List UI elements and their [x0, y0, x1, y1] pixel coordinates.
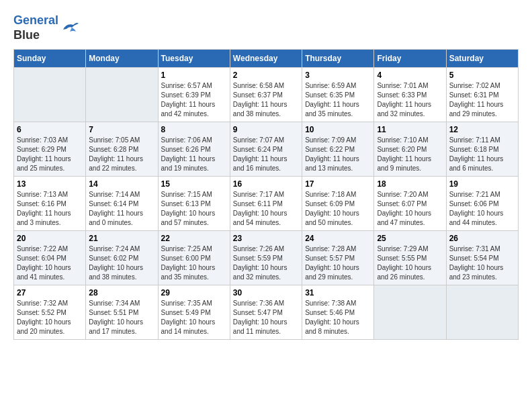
header-day-sunday: Sunday	[14, 50, 86, 68]
day-number: 8	[161, 125, 227, 134]
calendar-cell: 26Sunrise: 7:31 AMSunset: 5:54 PMDayligh…	[446, 231, 518, 285]
calendar-cell: 5Sunrise: 7:02 AMSunset: 6:31 PMDaylight…	[446, 68, 518, 122]
day-info: Sunrise: 7:01 AMSunset: 6:33 PMDaylight:…	[377, 81, 443, 119]
day-info: Sunrise: 7:07 AMSunset: 6:24 PMDaylight:…	[233, 136, 299, 173]
calendar-cell	[446, 285, 518, 340]
day-info: Sunrise: 7:17 AMSunset: 6:11 PMDaylight:…	[233, 190, 299, 228]
calendar-cell: 3Sunrise: 6:59 AMSunset: 6:35 PMDaylight…	[302, 68, 374, 122]
day-info: Sunrise: 7:26 AMSunset: 5:59 PMDaylight:…	[233, 244, 299, 282]
day-number: 22	[161, 234, 227, 243]
header-day-saturday: Saturday	[446, 50, 518, 68]
day-info: Sunrise: 6:57 AMSunset: 6:39 PMDaylight:…	[161, 81, 227, 119]
day-info: Sunrise: 7:13 AMSunset: 6:16 PMDaylight:…	[17, 190, 83, 228]
day-number: 21	[89, 234, 154, 243]
day-info: Sunrise: 7:28 AMSunset: 5:57 PMDaylight:…	[305, 244, 371, 282]
day-info: Sunrise: 7:05 AMSunset: 6:28 PMDaylight:…	[89, 136, 154, 173]
header-day-wednesday: Wednesday	[230, 50, 302, 68]
calendar-cell: 18Sunrise: 7:20 AMSunset: 6:07 PMDayligh…	[374, 177, 446, 231]
day-info: Sunrise: 7:02 AMSunset: 6:31 PMDaylight:…	[449, 81, 515, 119]
day-number: 3	[305, 71, 371, 80]
day-number: 16	[233, 179, 299, 189]
day-number: 9	[233, 125, 299, 134]
calendar-cell: 12Sunrise: 7:11 AMSunset: 6:18 PMDayligh…	[446, 122, 518, 177]
header-day-friday: Friday	[374, 50, 446, 68]
day-number: 13	[17, 179, 83, 189]
day-number: 6	[17, 125, 83, 134]
day-number: 2	[233, 71, 299, 80]
day-info: Sunrise: 7:25 AMSunset: 6:00 PMDaylight:…	[161, 244, 227, 282]
day-number: 25	[377, 234, 443, 243]
calendar-cell: 20Sunrise: 7:22 AMSunset: 6:04 PMDayligh…	[14, 231, 86, 285]
day-number: 15	[161, 179, 227, 189]
day-number: 14	[89, 179, 154, 189]
calendar-cell: 13Sunrise: 7:13 AMSunset: 6:16 PMDayligh…	[14, 177, 86, 231]
day-info: Sunrise: 7:06 AMSunset: 6:26 PMDaylight:…	[161, 136, 227, 173]
calendar-cell: 9Sunrise: 7:07 AMSunset: 6:24 PMDaylight…	[230, 122, 302, 177]
day-info: Sunrise: 6:58 AMSunset: 6:37 PMDaylight:…	[233, 81, 299, 119]
day-info: Sunrise: 7:15 AMSunset: 6:13 PMDaylight:…	[161, 190, 227, 228]
day-info: Sunrise: 7:18 AMSunset: 6:09 PMDaylight:…	[305, 190, 371, 228]
calendar-cell: 23Sunrise: 7:26 AMSunset: 5:59 PMDayligh…	[230, 231, 302, 285]
calendar-cell	[374, 285, 446, 340]
calendar-cell: 10Sunrise: 7:09 AMSunset: 6:22 PMDayligh…	[302, 122, 374, 177]
day-number: 10	[305, 125, 371, 134]
logo-bird-icon	[60, 19, 80, 36]
calendar-cell: 1Sunrise: 6:57 AMSunset: 6:39 PMDaylight…	[158, 68, 230, 122]
day-number: 23	[233, 234, 299, 243]
day-number: 30	[233, 288, 299, 298]
day-info: Sunrise: 7:03 AMSunset: 6:29 PMDaylight:…	[17, 136, 83, 173]
day-info: Sunrise: 7:38 AMSunset: 5:46 PMDaylight:…	[305, 299, 371, 336]
day-number: 31	[305, 288, 371, 298]
calendar-cell: 6Sunrise: 7:03 AMSunset: 6:29 PMDaylight…	[14, 122, 86, 177]
day-info: Sunrise: 7:34 AMSunset: 5:51 PMDaylight:…	[89, 299, 154, 336]
day-info: Sunrise: 7:11 AMSunset: 6:18 PMDaylight:…	[449, 136, 515, 173]
calendar-cell	[86, 68, 158, 122]
calendar-cell: 14Sunrise: 7:14 AMSunset: 6:14 PMDayligh…	[86, 177, 158, 231]
day-info: Sunrise: 7:21 AMSunset: 6:06 PMDaylight:…	[449, 190, 515, 228]
calendar-cell: 28Sunrise: 7:34 AMSunset: 5:51 PMDayligh…	[86, 285, 158, 340]
week-row-5: 27Sunrise: 7:32 AMSunset: 5:52 PMDayligh…	[14, 285, 519, 340]
day-info: Sunrise: 7:09 AMSunset: 6:22 PMDaylight:…	[305, 136, 371, 173]
day-number: 12	[449, 125, 515, 134]
header-day-thursday: Thursday	[302, 50, 374, 68]
header-day-tuesday: Tuesday	[158, 50, 230, 68]
calendar-cell: 11Sunrise: 7:10 AMSunset: 6:20 PMDayligh…	[374, 122, 446, 177]
calendar-cell: 22Sunrise: 7:25 AMSunset: 6:00 PMDayligh…	[158, 231, 230, 285]
week-row-2: 6Sunrise: 7:03 AMSunset: 6:29 PMDaylight…	[14, 122, 519, 177]
day-info: Sunrise: 7:24 AMSunset: 6:02 PMDaylight:…	[89, 244, 154, 282]
calendar-cell: 7Sunrise: 7:05 AMSunset: 6:28 PMDaylight…	[86, 122, 158, 177]
logo: GeneralBlue	[13, 13, 80, 42]
calendar-cell: 21Sunrise: 7:24 AMSunset: 6:02 PMDayligh…	[86, 231, 158, 285]
day-info: Sunrise: 7:20 AMSunset: 6:07 PMDaylight:…	[377, 190, 443, 228]
calendar-cell: 25Sunrise: 7:29 AMSunset: 5:55 PMDayligh…	[374, 231, 446, 285]
day-number: 17	[305, 179, 371, 189]
header: GeneralBlue	[13, 13, 519, 42]
calendar-cell: 17Sunrise: 7:18 AMSunset: 6:09 PMDayligh…	[302, 177, 374, 231]
day-number: 19	[449, 179, 515, 189]
calendar-cell: 31Sunrise: 7:38 AMSunset: 5:46 PMDayligh…	[302, 285, 374, 340]
calendar-cell: 15Sunrise: 7:15 AMSunset: 6:13 PMDayligh…	[158, 177, 230, 231]
week-row-3: 13Sunrise: 7:13 AMSunset: 6:16 PMDayligh…	[14, 177, 519, 231]
calendar-cell: 29Sunrise: 7:35 AMSunset: 5:49 PMDayligh…	[158, 285, 230, 340]
day-number: 1	[161, 71, 227, 80]
header-row: SundayMondayTuesdayWednesdayThursdayFrid…	[14, 50, 519, 68]
day-info: Sunrise: 7:10 AMSunset: 6:20 PMDaylight:…	[377, 136, 443, 173]
day-number: 26	[449, 234, 515, 243]
day-info: Sunrise: 7:29 AMSunset: 5:55 PMDaylight:…	[377, 244, 443, 282]
day-number: 24	[305, 234, 371, 243]
calendar-cell	[14, 68, 86, 122]
calendar-cell: 8Sunrise: 7:06 AMSunset: 6:26 PMDaylight…	[158, 122, 230, 177]
calendar-cell: 30Sunrise: 7:36 AMSunset: 5:47 PMDayligh…	[230, 285, 302, 340]
day-number: 7	[89, 125, 154, 134]
day-info: Sunrise: 7:31 AMSunset: 5:54 PMDaylight:…	[449, 244, 515, 282]
day-number: 29	[161, 288, 227, 298]
day-number: 27	[17, 288, 83, 298]
calendar-cell: 2Sunrise: 6:58 AMSunset: 6:37 PMDaylight…	[230, 68, 302, 122]
day-info: Sunrise: 7:36 AMSunset: 5:47 PMDaylight:…	[233, 299, 299, 336]
day-number: 20	[17, 234, 83, 243]
day-number: 11	[377, 125, 443, 134]
logo-text: GeneralBlue	[13, 13, 58, 42]
week-row-4: 20Sunrise: 7:22 AMSunset: 6:04 PMDayligh…	[14, 231, 519, 285]
calendar-cell: 4Sunrise: 7:01 AMSunset: 6:33 PMDaylight…	[374, 68, 446, 122]
calendar-cell: 27Sunrise: 7:32 AMSunset: 5:52 PMDayligh…	[14, 285, 86, 340]
